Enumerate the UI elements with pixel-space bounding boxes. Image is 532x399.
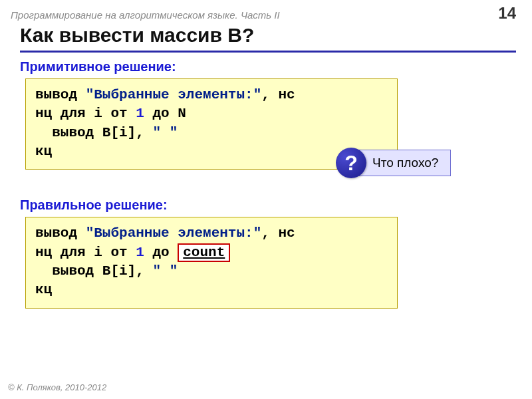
section2-label: Правильное решение: bbox=[20, 198, 516, 213]
code-string: "Выбранные элементы:" bbox=[86, 87, 262, 102]
code-token: вывод B[i], bbox=[35, 263, 152, 279]
copyright: © К. Поляков, 2010-2012 bbox=[8, 382, 106, 392]
code-number: 1 bbox=[136, 245, 144, 260]
code-token: нц для i от bbox=[35, 245, 136, 260]
code-var: N bbox=[178, 106, 186, 121]
code-string: " " bbox=[152, 125, 178, 140]
code-token: вывод bbox=[35, 225, 86, 241]
slide-header: Программирование на алгоритмическом язык… bbox=[0, 0, 532, 24]
page-number: 14 bbox=[498, 4, 516, 23]
code-number: 1 bbox=[136, 106, 144, 121]
section1-label: Примитивное решение: bbox=[20, 59, 516, 74]
code-token: вывод B[i], bbox=[35, 125, 152, 140]
hint-text: Что плохо? bbox=[352, 150, 451, 176]
code-string: " " bbox=[152, 263, 178, 279]
hint-callout: ? Что плохо? bbox=[336, 148, 451, 178]
code-string: "Выбранные элементы:" bbox=[86, 225, 262, 241]
code-token: кц bbox=[35, 282, 52, 297]
code-token: нц для i от bbox=[35, 106, 136, 121]
question-mark-icon: ? bbox=[336, 148, 366, 178]
code-token: до bbox=[144, 106, 178, 121]
code-token: , нс bbox=[261, 87, 295, 102]
slide-title: Как вывести массив B? bbox=[0, 24, 532, 51]
code-token: кц bbox=[35, 144, 52, 159]
code-block-correct: вывод "Выбранные элементы:", нс нц для i… bbox=[25, 217, 398, 308]
count-highlight: count bbox=[178, 243, 230, 262]
code-token: до bbox=[144, 245, 178, 260]
course-title: Программирование на алгоритмическом язык… bbox=[11, 9, 280, 21]
code-token: , нс bbox=[261, 225, 295, 241]
code-token: вывод bbox=[35, 87, 86, 102]
title-underline bbox=[20, 51, 516, 53]
